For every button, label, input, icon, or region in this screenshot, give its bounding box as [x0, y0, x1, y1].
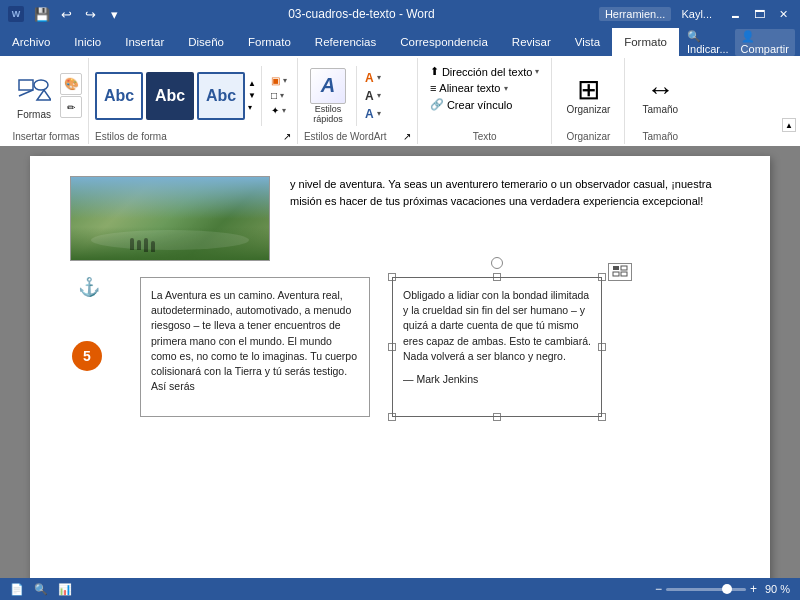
shape-edit-button[interactable]: ✏ [60, 96, 82, 118]
wordart-expand[interactable]: ↗ [403, 131, 411, 142]
svg-line-2 [19, 90, 33, 96]
close-button[interactable]: ✕ [774, 5, 792, 23]
style-box-1[interactable]: Abc [95, 72, 143, 120]
maximize-button[interactable]: 🗖 [750, 5, 768, 23]
wordart-preview: A [310, 68, 346, 104]
crear-vinculo-button[interactable]: 🔗 Crear vínculo [426, 97, 544, 112]
tab-diseno[interactable]: Diseño [176, 28, 236, 56]
ribbon-content: Formas 🎨 ✏ Insertar formas Abc Abc Abc ▲… [0, 56, 800, 146]
zoom-track[interactable] [666, 588, 746, 591]
tab-revisar[interactable]: Revisar [500, 28, 563, 56]
alinear-icon: ≡ [430, 82, 436, 94]
zoom-thumb[interactable] [722, 584, 732, 594]
direccion-texto-button[interactable]: ⬆ Dirección del texto ▾ [426, 64, 544, 79]
doc-image-inner [71, 177, 269, 260]
find-icon[interactable]: 🔍 [34, 583, 48, 596]
textbox-1[interactable]: La Aventura es un camino. Aventura real,… [140, 277, 370, 417]
zoom-in-button[interactable]: + [750, 582, 757, 596]
svg-rect-5 [621, 266, 627, 270]
organizar-group: ⊞ Organizar Organizar [552, 58, 625, 144]
shape-fill-button[interactable]: ▣ ▾ [267, 74, 291, 87]
style-box-2[interactable]: Abc [146, 72, 194, 120]
organizar-group-label: Organizar [560, 131, 616, 142]
text-fill-button[interactable]: A ▾ [361, 70, 385, 86]
word-icon: W [8, 6, 24, 22]
formas-button[interactable]: Formas [10, 67, 58, 124]
organizar-button[interactable]: ⊞ Organizar [560, 72, 616, 119]
fill-arrow[interactable]: ▾ [283, 76, 287, 85]
effects-arrow[interactable]: ▾ [282, 106, 286, 115]
formas-side-buttons: 🎨 ✏ [60, 73, 82, 118]
indicar-button[interactable]: 🔍 Indicar... [687, 30, 729, 55]
ribbon: Archivo Inicio Insertar Diseño Formato R… [0, 28, 800, 146]
text-effects-arrow[interactable]: ▾ [377, 109, 381, 118]
page-view-icon[interactable]: 📄 [10, 583, 24, 596]
organizar-label: Organizar [566, 104, 610, 115]
tab-insertar[interactable]: Insertar [113, 28, 176, 56]
style-box-3[interactable]: Abc [197, 72, 245, 120]
doc-image [70, 176, 270, 261]
redo-button[interactable]: ↪ [80, 4, 100, 24]
shape-color-button[interactable]: 🎨 [60, 73, 82, 95]
tab-archivo[interactable]: Archivo [0, 28, 62, 56]
text-outline-button[interactable]: A ▾ [361, 88, 385, 104]
text-fill-arrow[interactable]: ▾ [377, 73, 381, 82]
scroll-up-button[interactable]: ▲ [248, 79, 256, 88]
formas-content: Formas 🎨 ✏ [10, 60, 82, 131]
rotate-handle[interactable] [491, 257, 503, 269]
estilos-rapidos-button[interactable]: A Estilosrápidos [304, 66, 352, 126]
text-effects-button[interactable]: A ▾ [361, 106, 385, 122]
ribbon-collapse-button[interactable]: ▲ [782, 118, 796, 132]
styles-scroll: ▲ ▼ ▾ [248, 79, 256, 112]
wordart-buttons: A ▾ A ▾ A ▾ [361, 70, 385, 122]
textbox-2[interactable]: Obligado a lidiar con la bondad ilimitad… [392, 277, 602, 417]
zoom-control[interactable]: − + [655, 582, 757, 596]
zoom-level: 90 % [765, 583, 790, 595]
ribbon-tabs: Archivo Inicio Insertar Diseño Formato R… [0, 28, 800, 56]
direccion-arrow[interactable]: ▾ [535, 67, 539, 76]
doc-intro-section: y nivel de aventura. Ya seas un aventure… [70, 176, 730, 261]
scroll-more-button[interactable]: ▾ [248, 103, 256, 112]
tab-correspondencia[interactable]: Correspondencia [388, 28, 500, 56]
save-button[interactable]: 💾 [32, 4, 52, 24]
text-effects-icon: A [365, 107, 374, 121]
outline-arrow[interactable]: ▾ [280, 91, 284, 100]
tamaño-content: ↔ Tamaño [633, 60, 687, 131]
effects-icon: ✦ [271, 105, 279, 116]
estilos-forma-label: Estilos de forma [95, 131, 167, 142]
title-bar-right: Herramien... Kayl... 🗕 🗖 ✕ [599, 5, 792, 23]
textboxes-container: La Aventura es un camino. Aventura real,… [140, 277, 730, 417]
estilos-forma-expand[interactable]: ↗ [283, 131, 291, 142]
undo-button[interactable]: ↩ [56, 4, 76, 24]
tab-referencias[interactable]: Referencias [303, 28, 388, 56]
alinear-texto-button[interactable]: ≡ Alinear texto ▾ [426, 81, 544, 95]
textbox-2-para1: Obligado a lidiar con la bondad ilimitad… [403, 288, 591, 364]
doc-stats-icon[interactable]: 📊 [58, 583, 72, 596]
title-bar-left: W 💾 ↩ ↪ ▾ [8, 4, 124, 24]
tab-inicio[interactable]: Inicio [62, 28, 113, 56]
alinear-arrow[interactable]: ▾ [504, 84, 508, 93]
zoom-out-button[interactable]: − [655, 582, 662, 596]
tab-vista[interactable]: Vista [563, 28, 612, 56]
layout-options-icon[interactable] [608, 263, 632, 281]
tab-formato-shape[interactable]: Formato [236, 28, 303, 56]
shape-effects-button[interactable]: ✦ ▾ [267, 104, 291, 117]
status-left: 📄 🔍 📊 [10, 583, 72, 596]
tab-formato[interactable]: Formato [612, 28, 679, 56]
svg-rect-6 [613, 272, 619, 276]
doc-intro-text: y nivel de aventura. Ya seas un aventure… [290, 176, 730, 261]
formas-icon [16, 71, 52, 107]
textbox-2-wrapper: Obligado a lidiar con la bondad ilimitad… [392, 277, 602, 417]
tamaño-button[interactable]: ↔ Tamaño [637, 72, 685, 119]
vinculo-label: Crear vínculo [447, 99, 512, 111]
estilos-wordart-group: A Estilosrápidos A ▾ A ▾ A ▾ [298, 58, 418, 144]
more-button[interactable]: ▾ [104, 4, 124, 24]
user-account[interactable]: Kayl... [681, 8, 712, 20]
title-bar: W 💾 ↩ ↪ ▾ 03-cuadros-de-texto - Word Her… [0, 0, 800, 28]
herramientas-button[interactable]: Herramien... [599, 7, 672, 21]
scroll-down-button[interactable]: ▼ [248, 91, 256, 100]
minimize-button[interactable]: 🗕 [726, 5, 744, 23]
shape-outline-button[interactable]: □ ▾ [267, 89, 291, 102]
text-outline-arrow[interactable]: ▾ [377, 91, 381, 100]
compartir-button[interactable]: 👤 Compartir [735, 29, 795, 56]
